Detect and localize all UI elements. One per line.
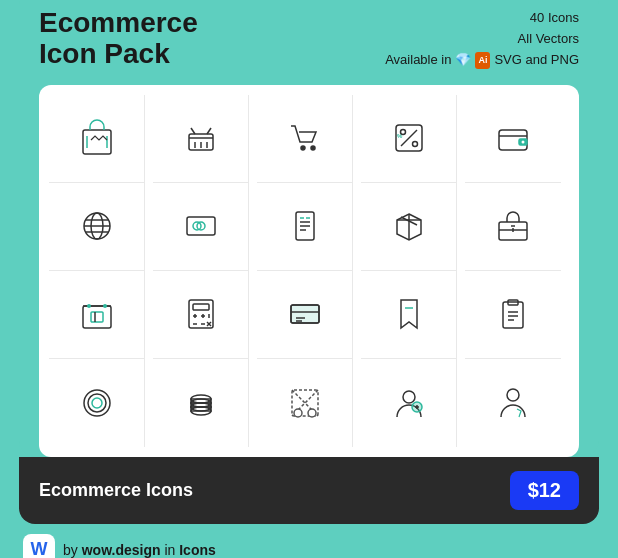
meta-block: 40 Icons All Vectors Available in 💎 Ai S… bbox=[385, 8, 579, 70]
svg-point-16 bbox=[522, 141, 525, 144]
author-category[interactable]: Icons bbox=[179, 542, 216, 558]
icon-receipt bbox=[257, 183, 353, 271]
author-bar: W by wow.design in Icons bbox=[19, 524, 599, 558]
icon-credit-card bbox=[257, 271, 353, 359]
svg-line-10 bbox=[401, 130, 417, 146]
author-brand[interactable]: wow.design bbox=[82, 542, 161, 558]
svg-rect-33 bbox=[83, 306, 111, 328]
icon-grid-wrapper: % bbox=[39, 85, 579, 457]
icon-customer bbox=[361, 359, 457, 447]
author-text: by wow.design in Icons bbox=[63, 542, 216, 558]
svg-point-36 bbox=[103, 304, 107, 308]
sketch-emoji: 💎 bbox=[455, 50, 471, 71]
icon-toolbox bbox=[465, 183, 561, 271]
icon-cart bbox=[257, 95, 353, 183]
svg-point-35 bbox=[87, 304, 91, 308]
product-title: Ecommerce Icons bbox=[39, 480, 193, 501]
icon-bookmark bbox=[361, 271, 457, 359]
svg-point-73 bbox=[403, 391, 415, 403]
icon-wallet bbox=[465, 95, 561, 183]
author-middle: in bbox=[164, 542, 175, 558]
svg-point-8 bbox=[311, 146, 315, 150]
meta-vectors: All Vectors bbox=[385, 29, 579, 50]
card-header: Ecommerce Icon Pack 40 Icons All Vectors… bbox=[39, 8, 579, 70]
svg-rect-34 bbox=[91, 312, 103, 322]
svg-rect-38 bbox=[193, 304, 209, 310]
svg-point-77 bbox=[507, 389, 519, 401]
svg-point-72 bbox=[308, 409, 316, 417]
icon-shopping-bag bbox=[49, 95, 145, 183]
title-line1: Ecommerce bbox=[39, 8, 198, 39]
icon-coins bbox=[153, 359, 249, 447]
meta-available: Available in 💎 Ai SVG and PNG bbox=[385, 50, 579, 71]
svg-text:%: % bbox=[397, 133, 403, 139]
meta-count: 40 Icons bbox=[385, 8, 579, 29]
w-logo: W bbox=[23, 534, 55, 558]
product-card: Ecommerce Icon Pack 40 Icons All Vectors… bbox=[19, 0, 599, 457]
svg-point-71 bbox=[294, 409, 302, 417]
svg-rect-48 bbox=[291, 305, 319, 323]
icon-calculator bbox=[153, 271, 249, 359]
price-badge[interactable]: $12 bbox=[510, 471, 579, 510]
title-block: Ecommerce Icon Pack bbox=[39, 8, 198, 70]
icon-discount: % bbox=[361, 95, 457, 183]
svg-point-7 bbox=[301, 146, 305, 150]
svg-point-12 bbox=[412, 142, 417, 147]
title-line2: Icon Pack bbox=[39, 39, 198, 70]
icon-basket bbox=[153, 95, 249, 183]
svg-rect-53 bbox=[503, 302, 523, 328]
icon-box bbox=[361, 183, 457, 271]
author-prefix: by bbox=[63, 542, 78, 558]
meta-available-text: Available in bbox=[385, 50, 451, 71]
icon-globe bbox=[49, 183, 145, 271]
icon-grid: % bbox=[49, 95, 569, 447]
bottom-bar: Ecommerce Icons $12 bbox=[19, 457, 599, 524]
svg-point-60 bbox=[92, 398, 102, 408]
svg-point-59 bbox=[88, 394, 106, 412]
meta-formats: SVG and PNG bbox=[494, 50, 579, 71]
icon-person bbox=[465, 359, 561, 447]
ai-badge: Ai bbox=[475, 52, 490, 68]
icon-coin bbox=[49, 359, 145, 447]
icon-payment bbox=[153, 183, 249, 271]
icon-scissors bbox=[257, 359, 353, 447]
icon-shop bbox=[49, 271, 145, 359]
icon-clipboard bbox=[465, 271, 561, 359]
